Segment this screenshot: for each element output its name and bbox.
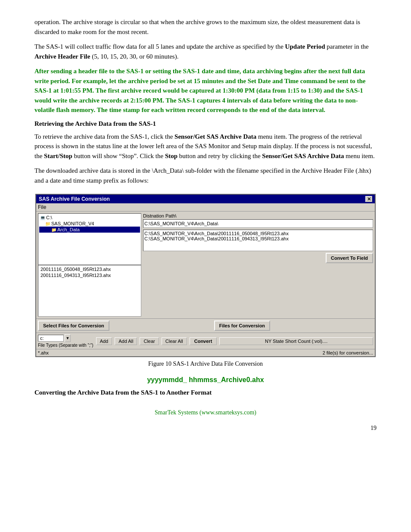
drive-icon: 💻 <box>40 215 45 220</box>
paragraph-3-green: After sending a header file to the SAS-1… <box>34 66 377 115</box>
file-list-item[interactable]: 20011116_050048_I95Rt123.ahx <box>39 266 140 272</box>
left-panel: 💻 C:\ 📁 SAS_MONITOR_V4 📁 Arch_Data <box>38 213 141 317</box>
dest-label: Distnation Path\ <box>143 213 373 218</box>
page-number: 19 <box>34 425 377 432</box>
file-list-item[interactable]: 20011116_094313_I95Rt123.ahx <box>39 272 140 278</box>
convert-to-field-row: Convert To Field <box>143 251 373 265</box>
status-bar: *.ahx 2 file(s) for conversion... <box>36 349 375 356</box>
dest-section: Distnation Path\ <box>143 213 373 228</box>
select-files-button[interactable]: Select Files for Conversion <box>38 320 109 331</box>
convert-button[interactable]: Convert <box>190 337 217 345</box>
tree-item-c[interactable]: 💻 C:\ <box>39 215 140 221</box>
paragraph-1: operation. The archive storage is circul… <box>34 17 377 37</box>
menu-file[interactable]: File <box>38 204 46 210</box>
window-title: SAS Archive File Conversion <box>39 196 110 202</box>
drive-display: c: <box>38 335 64 342</box>
right-panel: Distnation Path\ C:\SAS_MONITOR_V4\Arch_… <box>143 213 373 317</box>
close-button[interactable]: ✕ <box>365 196 372 202</box>
dest-files: C:\SAS_MONITOR_V4\Arch_Data\20011116_050… <box>143 230 373 251</box>
sas-titlebar: SAS Archive File Conversion ✕ <box>36 195 375 203</box>
bottom-controls: c: ▼ File Types (Separate with ";") Add … <box>36 333 375 349</box>
file-types-value: *.ahx <box>38 350 49 355</box>
ny-state-button[interactable]: NY State Short Count (:vol).... <box>219 337 373 345</box>
add-button[interactable]: Add <box>96 337 112 345</box>
files-for-conversion-button[interactable]: Files for Conversion <box>214 320 270 331</box>
tree-item-arch-data[interactable]: 📁 Arch_Data <box>39 227 140 233</box>
tree-item-sas-monitor[interactable]: 📁 SAS_MONITOR_V4 <box>39 221 140 227</box>
clear-button[interactable]: Clear <box>140 337 159 345</box>
sas-window: SAS Archive File Conversion ✕ File 💻 C:\ <box>35 194 376 357</box>
figure-caption: Figure 10 SAS-1 Archive Data File Conver… <box>35 361 376 367</box>
add-all-button[interactable]: Add All <box>115 337 137 345</box>
figure-container: SAS Archive File Conversion ✕ File 💻 C:\ <box>35 194 376 367</box>
tree-view[interactable]: 💻 C:\ 📁 SAS_MONITOR_V4 📁 Arch_Data <box>38 213 141 265</box>
drive-section: c: ▼ File Types (Separate with ";") <box>38 334 93 348</box>
special-text: yyyymmdd_ hhmmss_Archive0.ahx <box>34 376 377 384</box>
clear-all-button[interactable]: Clear All <box>162 337 187 345</box>
footer-link: SmarTek Systems (www.smarteksys.com) <box>34 409 377 416</box>
paragraph-5: The downloaded archive data is stored in… <box>34 166 377 185</box>
drive-dropdown-button[interactable]: ▼ <box>65 334 71 342</box>
convert-to-field-button[interactable]: Convert To Field <box>326 253 373 263</box>
heading-retrieve: Retrieving the Archive Data from the SAS… <box>34 120 377 128</box>
dest-file-1: C:\SAS_MONITOR_V4\Arch_Data\20011116_050… <box>144 231 372 236</box>
file-types-label: File Types (Separate with ";") <box>38 343 93 348</box>
folder-icon-1: 📁 <box>45 221 50 226</box>
paragraph-4: To retrieve the archive data from the SA… <box>34 132 377 161</box>
heading-convert: Converting the Archive Data from the SAS… <box>34 389 377 396</box>
file-list[interactable]: 20011116_050048_I95Rt123.ahx 20011116_09… <box>38 265 141 317</box>
button-row: Select Files for Conversion Files for Co… <box>36 318 375 333</box>
dest-path-input[interactable] <box>143 219 373 228</box>
folder-icon-2: 📁 <box>51 227 56 232</box>
menu-bar: File <box>36 203 375 212</box>
status-text: 2 file(s) for conversion... <box>323 350 373 355</box>
dest-file-2: C:\SAS_MONITOR_V4\Arch_Data\20011116_094… <box>144 236 372 241</box>
paragraph-2: The SAS-1 will collect traffic flow data… <box>34 42 377 61</box>
sas-body: 💻 C:\ 📁 SAS_MONITOR_V4 📁 Arch_Data <box>36 212 375 318</box>
page-content: operation. The archive storage is circul… <box>34 17 377 432</box>
